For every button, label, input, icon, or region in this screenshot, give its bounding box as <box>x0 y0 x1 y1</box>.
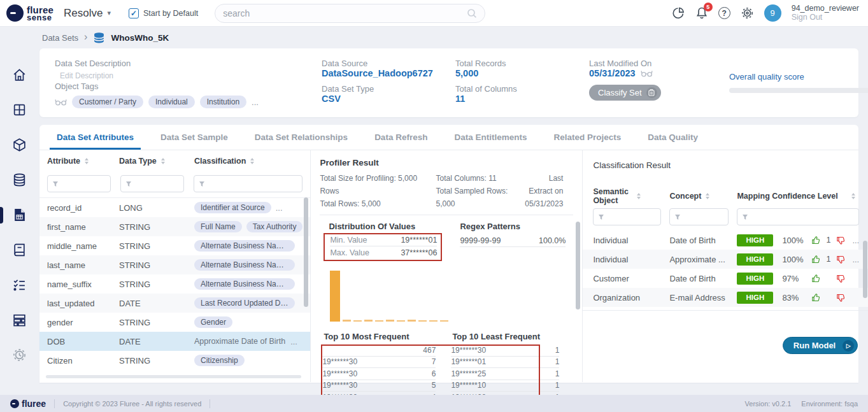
tab-data-set-sample[interactable]: Data Set Sample <box>147 125 241 150</box>
tab-data-set-attributes[interactable]: Data Set Attributes <box>43 125 147 150</box>
start-by-default-toggle[interactable]: ✓ Start by Default <box>129 8 198 18</box>
sidebar-item-grid[interactable] <box>0 103 38 117</box>
classification-chip[interactable]: Last Record Updated Date <box>194 297 295 309</box>
attributes-scrollbar[interactable] <box>304 197 308 307</box>
classification-chip[interactable]: Alternate Business Name (d... <box>194 259 295 271</box>
row-more-ellipsis[interactable]: ... <box>852 255 859 264</box>
table-row[interactable]: gender STRING Gender <box>39 313 310 332</box>
thumbs-up-icon[interactable] <box>811 274 821 283</box>
flureesense-logo[interactable]: fluree sense <box>6 4 53 22</box>
settings-gear-icon[interactable] <box>741 6 754 20</box>
help-icon[interactable]: ? <box>718 7 730 19</box>
object-tag[interactable]: Individual <box>148 96 195 108</box>
concept: Approximate ... <box>669 255 737 264</box>
app-menu-resolve[interactable]: Resolve ▾ <box>64 7 111 20</box>
tab-data-set-relationships[interactable]: Data Set Relationships <box>241 125 361 150</box>
value-label: 19******10 <box>451 381 486 390</box>
sidebar-item-data-sources[interactable] <box>0 173 38 187</box>
sidebar-item-tasks[interactable] <box>0 278 38 292</box>
histogram-bar <box>429 320 438 322</box>
avatar[interactable]: 9 <box>764 4 781 22</box>
histogram-bar <box>330 271 340 322</box>
thumbs-up-icon[interactable] <box>811 236 821 245</box>
notifications-bell-icon[interactable]: 5 <box>695 6 708 20</box>
list-item: 19******301 <box>451 345 559 357</box>
object-tag[interactable]: Institution <box>200 96 246 108</box>
sidebar-item-data-sets-active[interactable] <box>0 208 38 222</box>
sort-icon[interactable] <box>851 193 855 199</box>
table-row[interactable]: first_name STRING Full NameTax Authority <box>39 217 310 236</box>
sort-icon[interactable] <box>637 193 641 199</box>
table-row[interactable]: Individual Approximate ... HIGH 100% 1 .… <box>583 250 868 269</box>
sidebar-item-home[interactable] <box>0 67 38 82</box>
edit-description-link[interactable]: Edit Description <box>60 71 259 80</box>
tab-data-quality[interactable]: Data Quality <box>634 125 711 150</box>
main-content: Data Sets › WhosWho_5K Data Set Descript… <box>38 27 868 395</box>
sidebar-item-scheduler[interactable] <box>0 348 38 362</box>
sign-out-link[interactable]: Sign Out <box>792 13 859 22</box>
tab-related-projects[interactable]: Related Projects <box>540 125 634 150</box>
attribute-type: DATE <box>119 299 194 308</box>
table-row[interactable]: Organization E-mail Address HIGH 83% <box>583 288 868 307</box>
sort-icon[interactable] <box>706 193 709 199</box>
tab-data-refresh[interactable]: Data Refresh <box>361 125 441 150</box>
data-source-label: Data Source <box>322 59 433 68</box>
table-row[interactable]: Individual Date of Birth HIGH 100% 1 ... <box>583 231 868 250</box>
sort-icon[interactable] <box>161 158 165 164</box>
thumbs-down-icon[interactable] <box>836 236 846 245</box>
search-input[interactable] <box>223 8 467 18</box>
tags-more-ellipsis[interactable]: ... <box>252 97 259 107</box>
row-more-ellipsis[interactable]: ... <box>276 203 283 213</box>
run-model-label: Run Model <box>793 341 836 350</box>
table-row[interactable]: Customer Date of Birth HIGH 97% <box>583 269 868 288</box>
logo-text-sense: sense <box>27 14 53 21</box>
list-item: 19******251 <box>451 368 559 380</box>
confidence-filter-input[interactable] <box>737 209 858 225</box>
table-row[interactable]: Citizen STRING Citizenship <box>39 351 310 370</box>
reports-pie-chart-icon[interactable] <box>672 6 685 20</box>
sidebar-item-models[interactable] <box>0 138 38 152</box>
thumbs-up-icon[interactable] <box>811 255 821 264</box>
table-row[interactable]: record_id LONG Identifier at Source... <box>39 198 310 217</box>
checklist-icon <box>12 278 27 292</box>
thumbs-down-icon[interactable] <box>836 293 846 302</box>
classification-chip[interactable]: Citizenship <box>194 355 245 366</box>
sort-icon[interactable] <box>250 158 254 164</box>
table-row-selected-dob[interactable]: DOB DATE Approximate Date of Birth... <box>39 332 310 351</box>
sidebar-item-layers[interactable] <box>0 313 38 327</box>
object-tag[interactable]: Customer / Party <box>72 96 143 108</box>
row-more-ellipsis[interactable]: ... <box>290 337 297 346</box>
dataset-tabs: Data Set Attributes Data Set Sample Data… <box>39 125 858 150</box>
classification-chip[interactable]: Tax Authority <box>246 221 303 232</box>
classification-chip[interactable]: Full Name <box>194 221 242 232</box>
table-row[interactable]: last_updated DATE Last Record Updated Da… <box>39 294 310 313</box>
table-row[interactable]: last_name STRING Alternate Business Name… <box>39 255 310 274</box>
classification-filter-input[interactable] <box>194 176 302 192</box>
tab-data-entitlements[interactable]: Data Entitlements <box>441 125 540 150</box>
thumbs-down-icon[interactable] <box>836 274 846 283</box>
data-source-value[interactable]: DataSource_Hadoop6727 <box>322 68 433 78</box>
classify-set-button[interactable]: Classify Set <box>589 85 661 101</box>
checkbox-checked-icon[interactable]: ✓ <box>129 8 139 18</box>
table-row[interactable]: name_suffix STRING Alternate Business Na… <box>39 274 310 294</box>
confidence-percent: 83% <box>782 293 806 302</box>
table-row[interactable]: middle_name STRING Alternate Business Na… <box>39 236 310 255</box>
classification-chip[interactable]: Alternate Business Name (d... <box>194 240 295 252</box>
profiler-scrollbar[interactable] <box>576 222 580 309</box>
breadcrumb-data-sets-link[interactable]: Data Sets <box>42 33 78 43</box>
histogram-bar <box>408 320 416 322</box>
row-more-ellipsis[interactable]: ... <box>852 236 859 245</box>
classification-chip[interactable]: Identifier at Source <box>194 202 271 213</box>
run-model-button[interactable]: Run Model ▷ <box>783 337 858 354</box>
histogram-bar <box>375 320 383 322</box>
thumbs-down-icon[interactable] <box>836 255 846 264</box>
sort-icon[interactable] <box>85 158 89 164</box>
sidebar-item-glossary[interactable] <box>0 243 38 257</box>
thumbs-up-icon[interactable] <box>811 293 821 302</box>
histogram-bar <box>440 320 448 322</box>
classification-chip[interactable]: Alternate Business Name (d... <box>194 278 295 290</box>
max-label: Max. Value <box>330 248 369 257</box>
classification-chip[interactable]: Gender <box>194 316 232 328</box>
attributes-horizontal-scrollbar[interactable] <box>46 375 301 378</box>
classification-scrollbar[interactable] <box>863 241 867 298</box>
